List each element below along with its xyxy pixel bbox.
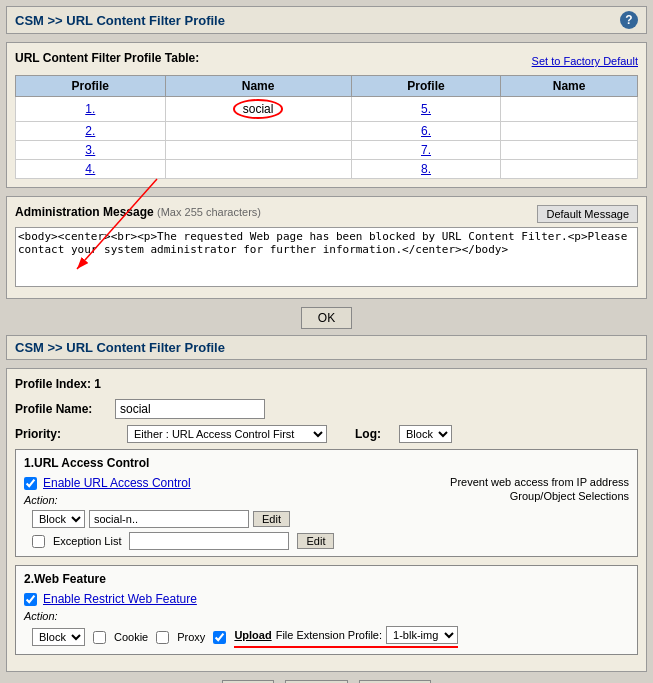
exception-list-input[interactable]: [129, 532, 289, 550]
enable-access-control-row: Enable URL Access Control: [24, 476, 334, 490]
access-control-action-label: Action:: [24, 494, 58, 506]
enable-web-feature-label: Enable Restrict Web Feature: [43, 592, 197, 606]
profile-link-5[interactable]: 5.: [421, 102, 431, 116]
profile-table-section: URL Content Filter Profile Table: Set to…: [6, 42, 647, 188]
profile-name-input[interactable]: [115, 399, 265, 419]
file-ext-label: File Extension Profile:: [276, 629, 382, 641]
profile-name-8: [501, 160, 638, 179]
exception-list-row: Exception List Edit: [32, 532, 334, 550]
proxy-label: Proxy: [177, 631, 205, 643]
page-header: CSM >> URL Content Filter Profile ?: [6, 6, 647, 34]
enable-web-feature-checkbox[interactable]: [24, 593, 37, 606]
exception-list-edit-button[interactable]: Edit: [297, 533, 334, 549]
profile-link-6[interactable]: 6.: [421, 124, 431, 138]
page-title: CSM >> URL Content Filter Profile: [15, 13, 225, 28]
ok-row: OK: [6, 307, 647, 329]
table-row: 3. 7.: [16, 141, 638, 160]
log-label: Log:: [355, 427, 381, 441]
table-row: 2. 6.: [16, 122, 638, 141]
priority-label: Priority:: [15, 427, 115, 441]
profile-name-6: [501, 122, 638, 141]
table-row: 1. social 5.: [16, 97, 638, 122]
set-factory-default-button[interactable]: Set to Factory Default: [532, 55, 638, 67]
log-select[interactable]: Block Alert None: [399, 425, 452, 443]
web-feature-action-row: Action:: [24, 610, 629, 622]
admin-message-textarea[interactable]: <body><center><br><p>The requested Web p…: [15, 227, 638, 287]
prevent-ip-label: Prevent web access from IP address: [450, 476, 629, 488]
csm-header2: CSM >> URL Content Filter Profile: [6, 335, 647, 360]
profile-link-1[interactable]: 1.: [85, 102, 95, 116]
admin-message-section: Administration Message (Max 255 characte…: [6, 196, 647, 299]
access-control-action-select[interactable]: Block Warn Allow: [32, 510, 85, 528]
url-access-control-section: 1.URL Access Control Enable URL Access C…: [15, 449, 638, 557]
web-feature-title: 2.Web Feature: [24, 572, 629, 586]
profile-detail-section: Profile Index: 1 Profile Name: Priority:…: [6, 368, 647, 672]
web-feature-action-select[interactable]: Block Warn Allow: [32, 628, 85, 646]
profile-link-3[interactable]: 3.: [85, 143, 95, 157]
profile-table-title: URL Content Filter Profile Table:: [15, 51, 199, 65]
profile-name-row: Profile Name:: [15, 399, 638, 419]
enable-url-access-control-checkbox[interactable]: [24, 477, 37, 490]
profile-link-8[interactable]: 8.: [421, 162, 431, 176]
upload-checkbox[interactable]: [213, 631, 226, 644]
help-icon[interactable]: ?: [620, 11, 638, 29]
profile-name-4: [165, 160, 351, 179]
profile-name-3: [165, 141, 351, 160]
exception-list-checkbox[interactable]: [32, 535, 45, 548]
col-header-profile1: Profile: [16, 76, 166, 97]
profile-table: Profile Name Profile Name 1. social 5. 2…: [15, 75, 638, 179]
profile-name-2: [165, 122, 351, 141]
priority-select[interactable]: Either : URL Access Control First URL Ac…: [127, 425, 327, 443]
profile-link-2[interactable]: 2.: [85, 124, 95, 138]
admin-title: Administration Message (Max 255 characte…: [15, 205, 261, 219]
proxy-checkbox[interactable]: [156, 631, 169, 644]
col-header-name1: Name: [165, 76, 351, 97]
web-feature-action-label: Action:: [24, 610, 58, 622]
ok-button[interactable]: OK: [301, 307, 352, 329]
access-control-input[interactable]: [89, 510, 249, 528]
profile-name-label: Profile Name:: [15, 402, 115, 416]
group-object-label: Group/Object Selections: [450, 490, 629, 502]
file-ext-select[interactable]: 1-blk-img 2-blk-img none: [386, 626, 458, 644]
upload-file-ext-group: Upload File Extension Profile: 1-blk-img…: [234, 626, 458, 648]
access-control-edit-button[interactable]: Edit: [253, 511, 290, 527]
cookie-label: Cookie: [114, 631, 148, 643]
profile-name-social: social: [233, 99, 284, 119]
profile-index: Profile Index: 1: [15, 377, 638, 391]
web-feature-options-row: Block Warn Allow Cookie Proxy Upload Fil…: [32, 626, 629, 648]
col-header-profile2: Profile: [351, 76, 501, 97]
col-header-name2: Name: [501, 76, 638, 97]
table-row: 4. 8.: [16, 160, 638, 179]
exception-list-label: Exception List: [53, 535, 121, 547]
url-access-control-title: 1.URL Access Control: [24, 456, 629, 470]
profile-name-7: [501, 141, 638, 160]
profile-name-5: [501, 97, 638, 122]
enable-web-feature-row: Enable Restrict Web Feature: [24, 592, 629, 606]
web-feature-section: 2.Web Feature Enable Restrict Web Featur…: [15, 565, 638, 655]
priority-row: Priority: Either : URL Access Control Fi…: [15, 425, 638, 443]
cookie-checkbox[interactable]: [93, 631, 106, 644]
upload-label: Upload: [234, 629, 271, 641]
default-message-button[interactable]: Default Message: [537, 205, 638, 223]
access-control-action-row: Action:: [24, 494, 334, 506]
profile-link-4[interactable]: 4.: [85, 162, 95, 176]
profile-link-7[interactable]: 7.: [421, 143, 431, 157]
enable-url-access-control-label: Enable URL Access Control: [43, 476, 191, 490]
